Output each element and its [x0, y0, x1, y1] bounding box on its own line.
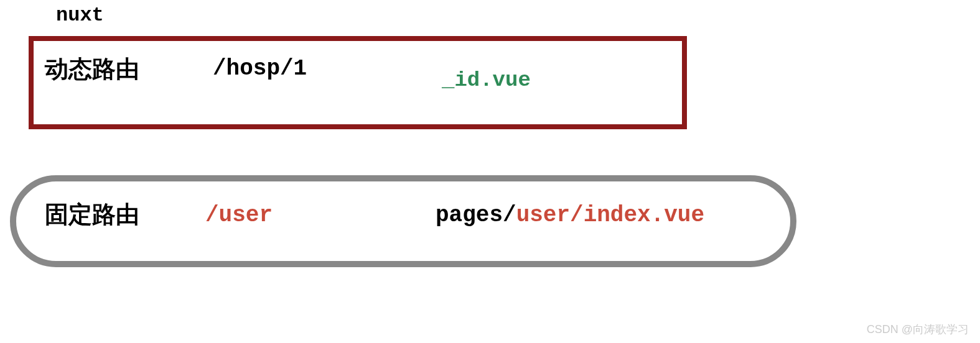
header-label: nuxt [56, 4, 104, 27]
fixed-route-label: 固定路由 [45, 199, 139, 231]
fixed-route-path: /user [205, 203, 273, 228]
watermark: CSDN @向涛歌学习 [867, 322, 969, 337]
fixed-route-file: pages/user/index.vue [436, 203, 704, 228]
file-highlight: user/index.vue [516, 203, 704, 228]
dynamic-route-path: /hosp/1 [213, 56, 307, 81]
dynamic-route-file: _id.vue [442, 68, 531, 92]
dynamic-route-label: 动态路由 [45, 53, 139, 85]
file-prefix: pages/ [436, 203, 516, 228]
